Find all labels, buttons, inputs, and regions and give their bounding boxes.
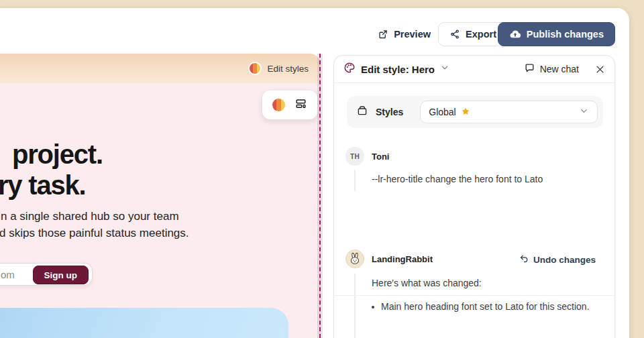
chat-assistant-bullet-text: Main hero heading font set to Lato for t… [381, 301, 590, 312]
new-chat-label: New chat [540, 64, 579, 74]
external-link-icon [378, 29, 388, 40]
panel-title[interactable]: Edit style: Hero [361, 64, 435, 75]
preview-section-header: Edit styles [0, 54, 321, 83]
layout-icon[interactable] [294, 97, 307, 113]
chat-user-message: --lr-hero-title change the hero font to … [372, 174, 543, 184]
chat-assistant-header: LandingRabbit [345, 249, 433, 268]
chat-thread: TH Toni --lr-hero-title change the hero … [334, 137, 614, 338]
styles-row: Styles Global [347, 96, 603, 128]
thread-line [354, 274, 356, 338]
undo-changes-button[interactable]: Undo changes [519, 253, 596, 266]
avatar: TH [345, 147, 364, 166]
hero-section: project. ry task. n a single shared hub … [0, 83, 321, 338]
screen: Preview Export Publish changes [0, 0, 644, 338]
signup-button[interactable]: Sign up [33, 266, 89, 284]
email-input[interactable]: om Sign up [0, 263, 93, 286]
styles-box-icon [356, 105, 368, 119]
chat-assistant-name: LandingRabbit [372, 254, 433, 264]
bullet-dot [372, 306, 374, 308]
styles-label: Styles [376, 107, 403, 117]
site-preview: Edit styles project. ry task. [0, 54, 321, 338]
hero-subtext: n a single shared hub so your team d ski… [0, 208, 189, 241]
chevron-down-icon[interactable] [440, 63, 449, 75]
email-placeholder-fragment: om [1, 269, 15, 280]
hero-heading-line2: ry task. [0, 170, 103, 201]
hero-heading: project. ry task. [0, 139, 103, 201]
chat-assistant-intro: Here's what was changed: [372, 278, 482, 288]
chat-input-divider [334, 295, 614, 296]
chevron-down-icon [579, 106, 589, 118]
panel-header: Edit style: Hero New chat [334, 56, 614, 83]
cloud-upload-icon [509, 28, 521, 40]
selection-outline [319, 54, 321, 338]
close-icon[interactable] [595, 64, 605, 74]
share-icon [449, 29, 460, 40]
signup-label: Sign up [44, 270, 78, 280]
publish-changes-button[interactable]: Publish changes [498, 22, 615, 46]
section-tools-card [262, 91, 317, 119]
export-label: Export [466, 29, 496, 40]
undo-label: Undo changes [533, 255, 596, 265]
palette-icon [343, 62, 356, 76]
rabbit-avatar [345, 249, 364, 268]
hero-heading-line1: project. [12, 139, 103, 170]
new-chat-button[interactable]: New chat [524, 62, 579, 76]
style-scope-value: Global [429, 107, 455, 117]
style-scope-select[interactable]: Global [420, 101, 598, 123]
chat-assistant-bullet-item: Main hero heading font set to Lato for t… [372, 301, 590, 312]
chat-user-name: Toni [372, 152, 389, 162]
edit-styles-label[interactable]: Edit styles [267, 64, 309, 74]
star-icon [461, 107, 470, 118]
hero-subtext-line2: d skips those painful status meetings. [0, 225, 189, 241]
preview-button[interactable]: Preview [375, 22, 433, 46]
hero-subtext-line1: n a single shared hub so your team [1, 208, 189, 225]
chat-user-header: TH Toni [345, 147, 389, 166]
app-window: Preview Export Publish changes [0, 8, 629, 338]
undo-icon [519, 253, 529, 266]
chat-bubble-icon [524, 62, 535, 76]
preview-label: Preview [394, 29, 431, 40]
theme-swatch-icon[interactable] [272, 99, 285, 111]
publish-label: Publish changes [527, 29, 604, 40]
thread-line [354, 170, 356, 191]
theme-swatch-icon[interactable] [248, 62, 262, 75]
hero-media-card: hanges Reject [0, 308, 288, 338]
edit-style-panel: Edit style: Hero New chat [333, 55, 615, 338]
